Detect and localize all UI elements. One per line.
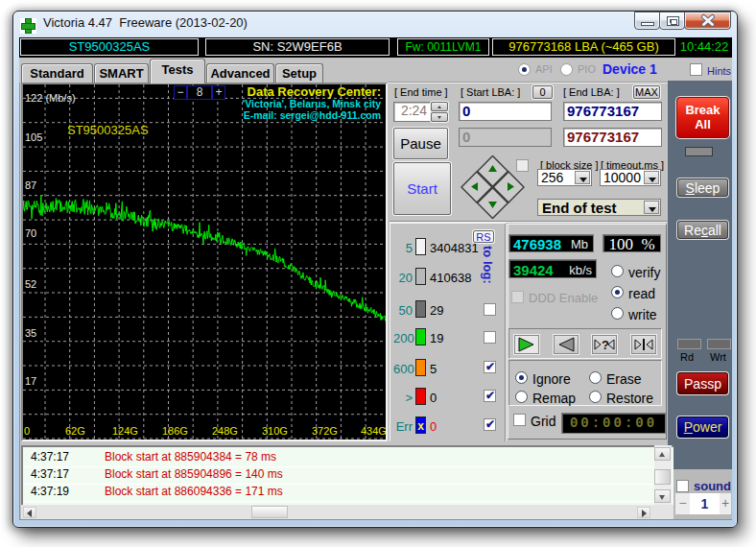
svg-text:?: ? bbox=[602, 338, 609, 352]
